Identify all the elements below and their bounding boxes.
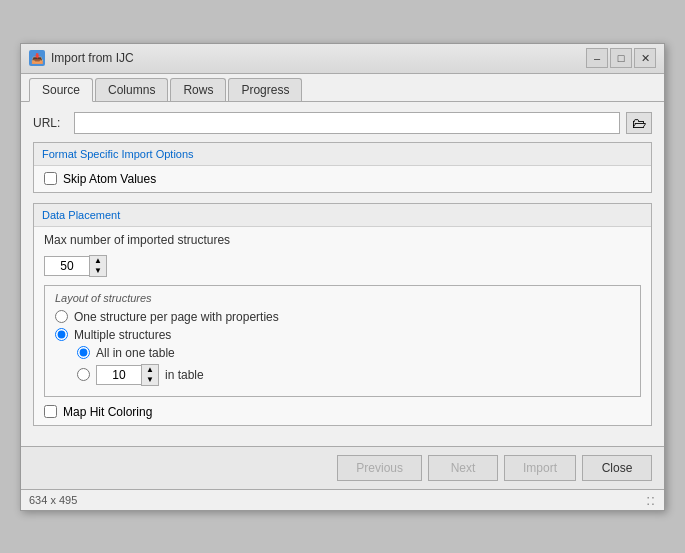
one-structure-row: One structure per page with properties xyxy=(55,310,630,324)
map-hit-row: Map Hit Coloring xyxy=(44,405,641,419)
title-bar-left: 📥 Import from IJC xyxy=(29,50,134,66)
maximize-button[interactable]: □ xyxy=(610,48,632,68)
tab-progress[interactable]: Progress xyxy=(228,78,302,101)
main-window: 📥 Import from IJC – □ ✕ Source Columns R… xyxy=(20,43,665,511)
main-content: URL: 🗁 Format Specific Import Options Sk… xyxy=(21,102,664,446)
next-button[interactable]: Next xyxy=(428,455,498,481)
close-button[interactable]: Close xyxy=(582,455,652,481)
dimensions-label: 634 x 495 xyxy=(29,494,77,506)
spinner-up-button[interactable]: ▲ xyxy=(90,256,106,266)
skip-atom-row: Skip Atom Values xyxy=(44,172,641,186)
title-controls: – □ ✕ xyxy=(586,48,656,68)
format-section-title: Format Specific Import Options xyxy=(34,143,651,166)
multiple-structures-label: Multiple structures xyxy=(74,328,171,342)
data-placement-section: Data Placement Max number of imported st… xyxy=(33,203,652,426)
title-bar: 📥 Import from IJC – □ ✕ xyxy=(21,44,664,74)
n-spinner-down-button[interactable]: ▼ xyxy=(142,375,158,385)
spinner-buttons: ▲ ▼ xyxy=(89,255,107,277)
one-structure-radio[interactable] xyxy=(55,310,68,323)
max-structures-row: Max number of imported structures xyxy=(44,233,641,247)
window-title: Import from IJC xyxy=(51,51,134,65)
layout-title: Layout of structures xyxy=(55,292,630,304)
n-in-table-radio[interactable] xyxy=(77,368,90,381)
n-spinner-buttons: ▲ ▼ xyxy=(141,364,159,386)
close-window-button[interactable]: ✕ xyxy=(634,48,656,68)
n-in-table-input[interactable] xyxy=(96,365,141,385)
sub-options: All in one table ▲ ▼ xyxy=(77,346,630,386)
browse-button[interactable]: 🗁 xyxy=(626,112,652,134)
data-placement-title: Data Placement xyxy=(34,204,651,227)
max-structures-input[interactable] xyxy=(44,256,89,276)
url-row: URL: 🗁 xyxy=(33,112,652,134)
max-structures-input-row: ▲ ▼ xyxy=(44,255,641,277)
data-placement-content: Max number of imported structures ▲ ▼ La… xyxy=(34,227,651,425)
map-hit-checkbox[interactable] xyxy=(44,405,57,418)
all-in-one-radio[interactable] xyxy=(77,346,90,359)
all-in-one-label: All in one table xyxy=(96,346,175,360)
one-structure-label: One structure per page with properties xyxy=(74,310,279,324)
footer: Previous Next Import Close xyxy=(21,446,664,489)
import-button[interactable]: Import xyxy=(504,455,576,481)
tab-source[interactable]: Source xyxy=(29,78,93,102)
max-structures-label: Max number of imported structures xyxy=(44,233,230,247)
spinner-down-button[interactable]: ▼ xyxy=(90,266,106,276)
format-section-content: Skip Atom Values xyxy=(34,166,651,192)
url-input[interactable] xyxy=(74,112,620,134)
map-hit-label: Map Hit Coloring xyxy=(63,405,152,419)
format-section: Format Specific Import Options Skip Atom… xyxy=(33,142,652,193)
max-structures-spinner: ▲ ▼ xyxy=(44,255,107,277)
multiple-structures-row: Multiple structures xyxy=(55,328,630,342)
minimize-button[interactable]: – xyxy=(586,48,608,68)
n-in-table-row: ▲ ▼ in table xyxy=(77,364,630,386)
app-icon: 📥 xyxy=(29,50,45,66)
tab-columns[interactable]: Columns xyxy=(95,78,168,101)
in-table-label: in table xyxy=(165,368,204,382)
layout-box: Layout of structures One structure per p… xyxy=(44,285,641,397)
status-bar: 634 x 495 :: xyxy=(21,489,664,510)
all-in-one-row: All in one table xyxy=(77,346,630,360)
skip-atom-label: Skip Atom Values xyxy=(63,172,156,186)
status-dots: :: xyxy=(646,492,656,508)
n-in-table-spinner: ▲ ▼ xyxy=(96,364,159,386)
url-label: URL: xyxy=(33,116,68,130)
previous-button[interactable]: Previous xyxy=(337,455,422,481)
tab-rows[interactable]: Rows xyxy=(170,78,226,101)
tab-bar: Source Columns Rows Progress xyxy=(21,74,664,102)
skip-atom-checkbox[interactable] xyxy=(44,172,57,185)
n-spinner-up-button[interactable]: ▲ xyxy=(142,365,158,375)
multiple-structures-radio[interactable] xyxy=(55,328,68,341)
